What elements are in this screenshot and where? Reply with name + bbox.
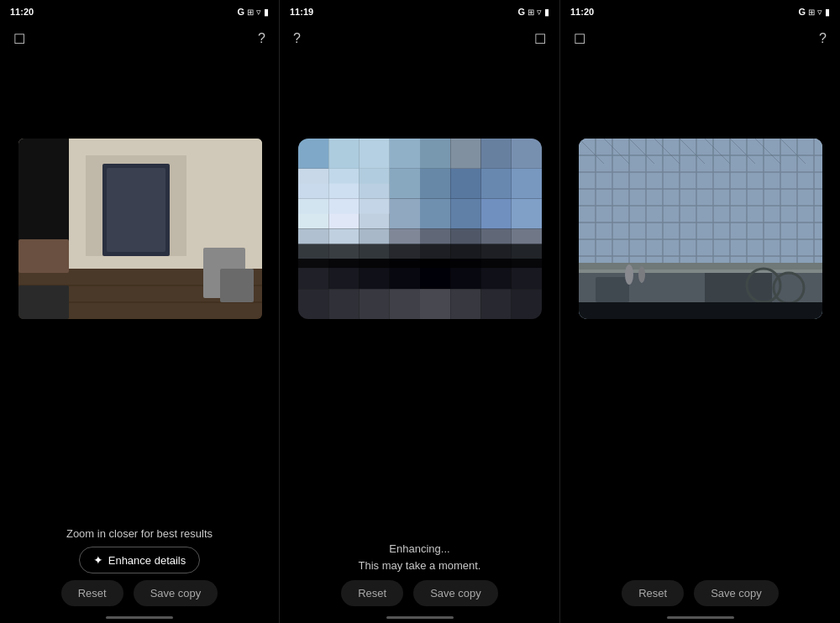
svg-rect-11 xyxy=(18,285,69,319)
top-icons-3: ☐ ? xyxy=(560,24,840,54)
svg-rect-50 xyxy=(596,277,629,302)
time-2: 11:19 xyxy=(290,7,313,17)
action-buttons-1: Reset Save copy xyxy=(61,580,218,606)
wifi-icon-1: ▿ xyxy=(256,7,261,18)
top-icons-1: ☐ ? xyxy=(0,24,279,54)
battery-icon-3: ▮ xyxy=(825,7,830,18)
save-copy-button-2[interactable]: Save copy xyxy=(413,580,498,606)
chat-icon-3[interactable]: ☐ xyxy=(574,31,585,47)
action-buttons-2: Reset Save copy xyxy=(341,580,498,606)
status-bar-3: 11:20 G ⊞ ▿ ▮ xyxy=(560,0,840,24)
photos-icon-3: ⊞ xyxy=(808,8,815,17)
chat-icon-1[interactable]: ☐ xyxy=(13,31,25,47)
top-icons-2: ? ☐ xyxy=(280,24,559,54)
panel-1: 11:20 G ⊞ ▿ ▮ ☐ ? xyxy=(0,0,280,623)
enhance-details-button[interactable]: ✦ Enhance details xyxy=(79,547,201,573)
bottom-area-1: Zoom in closer for best results ✦ Enhanc… xyxy=(0,514,279,623)
status-bar-1: 11:20 G ⊞ ▿ ▮ xyxy=(0,0,279,24)
home-indicator-3 xyxy=(667,616,734,619)
photos-icon-1: ⊞ xyxy=(247,8,254,17)
battery-icon-2: ▮ xyxy=(544,7,549,18)
photo-container-3 xyxy=(579,139,822,319)
svg-point-52 xyxy=(625,264,633,285)
svg-rect-56 xyxy=(579,302,822,319)
save-copy-button-1[interactable]: Save copy xyxy=(134,580,218,606)
wifi-icon-2: ▿ xyxy=(537,7,542,18)
question-icon-2[interactable]: ? xyxy=(293,31,301,46)
reset-button-1[interactable]: Reset xyxy=(61,580,123,606)
bottom-area-2: Enhancing...This may take a moment. Rese… xyxy=(280,514,559,623)
google-icon-2: G xyxy=(517,7,525,17)
reset-button-3[interactable]: Reset xyxy=(622,580,684,606)
status-text-2: Enhancing...This may take a moment. xyxy=(359,541,481,573)
save-copy-button-3[interactable]: Save copy xyxy=(694,580,779,606)
svg-rect-47 xyxy=(579,263,822,270)
action-buttons-3: Reset Save copy xyxy=(622,580,779,606)
enhance-label: Enhance details xyxy=(108,554,186,567)
wifi-icon-3: ▿ xyxy=(817,7,822,18)
google-icon-3: G xyxy=(798,7,806,17)
photos-icon-2: ⊞ xyxy=(528,8,534,17)
svg-rect-13 xyxy=(220,269,254,302)
svg-rect-6 xyxy=(107,168,165,252)
panel-3: 11:20 G ⊞ ▿ ▮ ☐ ? xyxy=(560,0,840,623)
google-icon-1: G xyxy=(237,7,244,17)
reset-button-2[interactable]: Reset xyxy=(341,580,403,606)
svg-rect-10 xyxy=(18,239,69,273)
panel-2: 11:19 G ⊞ ▿ ▮ ? ☐ Enhancing...This may t… xyxy=(280,0,560,623)
sparkle-icon: ✦ xyxy=(93,553,103,567)
time-3: 11:20 xyxy=(570,7,594,17)
bottom-area-3: Reset Save copy xyxy=(560,514,840,623)
home-indicator-2 xyxy=(386,616,454,619)
question-icon-3[interactable]: ? xyxy=(819,31,827,46)
chat-icon-2[interactable]: ☐ xyxy=(534,31,546,47)
photo-container-2 xyxy=(298,139,542,319)
photo-container-1 xyxy=(18,139,262,319)
status-bar-2: 11:19 G ⊞ ▿ ▮ xyxy=(280,0,559,24)
svg-point-53 xyxy=(638,266,645,283)
battery-icon-1: ▮ xyxy=(264,7,269,18)
status-text-1: Zoom in closer for best results xyxy=(66,527,213,540)
home-indicator-1 xyxy=(106,616,173,619)
question-icon-1[interactable]: ? xyxy=(258,31,265,46)
time-1: 11:20 xyxy=(10,7,34,17)
